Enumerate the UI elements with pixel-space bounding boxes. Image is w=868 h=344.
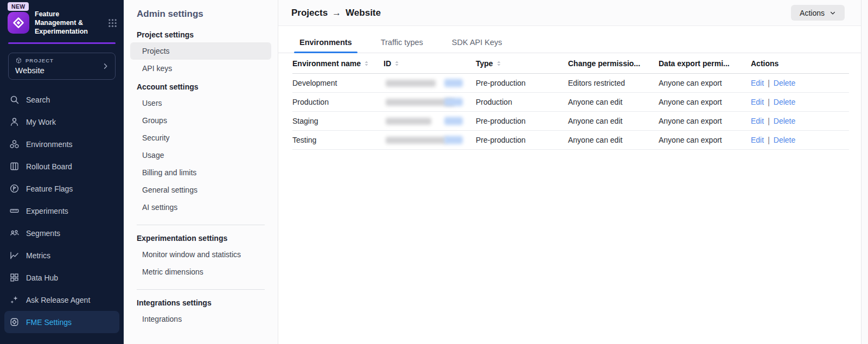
- delete-link[interactable]: Delete: [774, 117, 795, 125]
- new-badge: NEW: [8, 2, 29, 11]
- change-permissions: Anyone can edit: [568, 117, 659, 125]
- chevron-right-icon: [101, 62, 110, 71]
- nav-label: Environments: [26, 140, 73, 149]
- right-panel-strip: [861, 0, 868, 344]
- environment-id-redacted: [384, 93, 476, 111]
- admin-item-api-keys[interactable]: API keys: [130, 60, 271, 77]
- app-switcher-icon[interactable]: [108, 18, 117, 28]
- col-id[interactable]: ID: [384, 59, 476, 68]
- redacted-id: [386, 118, 431, 125]
- admin-item-groups[interactable]: Groups: [130, 112, 271, 129]
- environment-id-redacted: [384, 74, 476, 92]
- nav-item-segments[interactable]: Segments: [0, 222, 124, 244]
- admin-item-monitor-window[interactable]: Monitor window and statistics: [130, 246, 271, 263]
- grid-squares-icon: [9, 272, 20, 283]
- nav-label: Experiments: [26, 207, 68, 215]
- table-row-development: Development Pre-production Editors restr…: [292, 74, 849, 93]
- admin-settings-title: Admin settings: [137, 9, 271, 20]
- col-type[interactable]: Type: [476, 59, 568, 68]
- sort-icon[interactable]: [496, 60, 502, 67]
- app-sidebar: NEW Feature Management & Experimentation…: [0, 0, 124, 344]
- line-chart-icon: [9, 250, 20, 261]
- delete-link[interactable]: Delete: [774, 79, 795, 87]
- environment-type: Pre-production: [476, 136, 568, 144]
- admin-item-billing-and-limits[interactable]: Billing and limits: [130, 164, 271, 181]
- col-data-export-permissions: Data export permi...: [659, 59, 751, 68]
- nav-item-fme-settings[interactable]: FME Settings: [4, 311, 119, 333]
- change-permissions: Anyone can edit: [568, 136, 659, 144]
- brand-accent-rule: [8, 42, 116, 44]
- divider: [137, 225, 265, 225]
- admin-item-ai-settings[interactable]: AI settings: [130, 199, 271, 216]
- tab-sdk-api-keys[interactable]: SDK API Keys: [446, 33, 508, 53]
- tab-traffic-types[interactable]: Traffic types: [375, 33, 429, 53]
- actions-button[interactable]: Actions: [791, 5, 845, 21]
- main-content: Projects → Website Actions Environments …: [278, 0, 861, 344]
- nav-item-rollout-board[interactable]: Rollout Board: [0, 155, 124, 177]
- breadcrumb-current: Website: [346, 8, 381, 18]
- nav-item-metrics[interactable]: Metrics: [0, 244, 124, 266]
- col-environment-name[interactable]: Environment name: [292, 59, 384, 68]
- tab-environments[interactable]: Environments: [294, 33, 358, 53]
- environment-type: Pre-production: [476, 79, 568, 87]
- edit-link[interactable]: Edit: [751, 117, 764, 125]
- edit-link[interactable]: Edit: [751, 79, 764, 87]
- admin-item-metric-dimensions[interactable]: Metric dimensions: [130, 263, 271, 281]
- edit-link[interactable]: Edit: [751, 98, 764, 106]
- environment-id-redacted: [384, 131, 476, 149]
- admin-item-general-settings[interactable]: General settings: [130, 181, 271, 199]
- col-label: Environment name: [292, 59, 361, 68]
- nav-item-ask-release-agent[interactable]: Ask Release Agent: [0, 289, 124, 311]
- nav-item-feature-flags[interactable]: Feature Flags: [0, 177, 124, 200]
- nav-item-my-work[interactable]: My Work: [0, 111, 124, 133]
- sort-icon[interactable]: [394, 60, 400, 67]
- nav-label: My Work: [26, 118, 56, 126]
- nav-label: Segments: [26, 229, 60, 238]
- col-label: Data export permi...: [659, 59, 730, 68]
- col-label: ID: [384, 59, 391, 68]
- table-row-testing: Testing Pre-production Anyone can edit A…: [292, 131, 849, 150]
- separator: |: [768, 98, 770, 106]
- environment-id-redacted: [384, 112, 476, 130]
- change-permissions: Editors restricted: [568, 79, 659, 87]
- row-actions: Edit|Delete: [751, 79, 849, 87]
- ruler-icon: [9, 206, 20, 216]
- product-title: Feature Management & Experimentation: [35, 10, 103, 36]
- environment-type: Pre-production: [476, 117, 568, 125]
- nav-item-search[interactable]: Search: [0, 88, 124, 111]
- people-icon: [9, 228, 20, 239]
- admin-item-users[interactable]: Users: [130, 94, 271, 112]
- data-export-permissions: Anyone can export: [659, 79, 751, 87]
- delete-link[interactable]: Delete: [774, 136, 795, 144]
- nav-item-experiments[interactable]: Experiments: [0, 200, 124, 222]
- sort-icon[interactable]: [363, 60, 369, 67]
- nav-item-data-hub[interactable]: Data Hub: [0, 266, 124, 289]
- nav-label: FME Settings: [26, 318, 72, 327]
- project-name: Website: [15, 66, 97, 75]
- redacted-copy-badge[interactable]: [444, 79, 463, 87]
- admin-item-integrations[interactable]: Integrations: [130, 310, 271, 328]
- environment-name: Development: [292, 79, 384, 87]
- col-label: Actions: [751, 59, 778, 68]
- redacted-copy-badge[interactable]: [444, 117, 463, 125]
- primary-nav: Search My Work Environments Rollout Boar…: [0, 88, 124, 333]
- project-selector[interactable]: PROJECT Website: [8, 53, 116, 80]
- row-actions: Edit|Delete: [751, 117, 849, 125]
- environment-type: Production: [476, 98, 568, 106]
- redacted-copy-badge[interactable]: [444, 136, 463, 144]
- nav-label: Metrics: [26, 251, 50, 260]
- admin-item-security[interactable]: Security: [130, 129, 271, 146]
- redacted-copy-badge[interactable]: [444, 98, 463, 106]
- nav-item-environments[interactable]: Environments: [0, 133, 124, 155]
- hexagons-icon: [9, 139, 20, 150]
- separator: |: [768, 136, 770, 144]
- board-columns-icon: [9, 161, 20, 172]
- admin-item-projects[interactable]: Projects: [130, 42, 271, 60]
- change-permissions: Anyone can edit: [568, 98, 659, 106]
- separator: |: [768, 79, 770, 87]
- section-heading-account-settings: Account settings: [137, 82, 271, 91]
- admin-item-usage[interactable]: Usage: [130, 146, 271, 164]
- edit-link[interactable]: Edit: [751, 136, 764, 144]
- delete-link[interactable]: Delete: [774, 98, 795, 106]
- breadcrumb-parent[interactable]: Projects: [291, 8, 328, 18]
